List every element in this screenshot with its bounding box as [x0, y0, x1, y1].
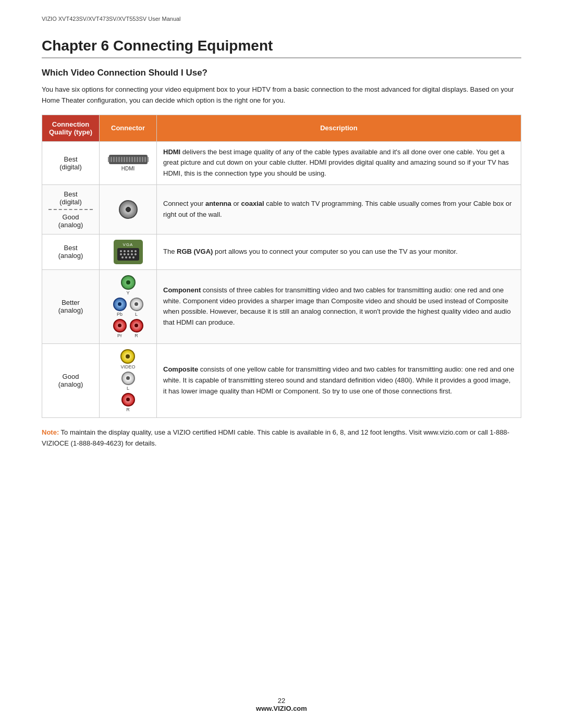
desc-vga: The RGB (VGA) port allows you to connect…: [157, 234, 521, 269]
table-row: Better(analog) Y: [42, 269, 521, 343]
section-title: Which Video Connection Should I Use?: [42, 68, 521, 78]
table-row: Best(digital) Good(analog) Connect your …: [42, 184, 521, 234]
connector-antenna: [100, 184, 157, 234]
quality-vga: Best(analog): [42, 234, 100, 269]
page-number: 22: [0, 697, 563, 705]
col-header-connector: Connector: [100, 115, 157, 141]
footer-url: www.VIZIO.com: [0, 705, 563, 712]
note-content: To maintain the display quality, use a V…: [42, 428, 509, 447]
connector-hdmi: HDMI: [100, 141, 157, 184]
quality-composite: Good(analog): [42, 343, 100, 417]
connector-composite: VIDEO L: [100, 343, 157, 417]
page-footer: 22 www.VIZIO.com: [0, 697, 563, 712]
note-paragraph: Note: To maintain the display quality, u…: [42, 427, 521, 449]
desc-composite: Composite consists of one yellow cable f…: [157, 343, 521, 417]
col-header-quality: Connection Quality (type): [42, 115, 100, 141]
quality-antenna: Best(digital) Good(analog): [42, 184, 100, 234]
col-header-description: Description: [157, 115, 521, 141]
quality-component: Better(analog): [42, 269, 100, 343]
note-label: Note:: [42, 428, 59, 436]
desc-component: Component consists of three cables for t…: [157, 269, 521, 343]
desc-antenna: Connect your antenna or coaxial cable to…: [157, 184, 521, 234]
intro-paragraph: You have six options for connecting your…: [42, 84, 521, 106]
chapter-title: Chapter 6 Connecting Equipment: [42, 38, 521, 58]
table-row: Best(analog) VGA: [42, 234, 521, 269]
connection-table: Connection Quality (type) Connector Desc…: [42, 115, 521, 418]
desc-hdmi: HDMI delivers the best image quality of …: [157, 141, 521, 184]
connector-component: Y Pb: [100, 269, 157, 343]
table-row: Good(analog) VIDEO: [42, 343, 521, 417]
connector-vga: VGA: [100, 234, 157, 269]
page-header: VIZIO XVT423SV/XVT473SV/XVT553SV User Ma…: [42, 16, 521, 22]
quality-hdmi: Best(digital): [42, 141, 100, 184]
table-row: Best(digital): [42, 141, 521, 184]
hdmi-label: HDMI: [121, 166, 135, 171]
